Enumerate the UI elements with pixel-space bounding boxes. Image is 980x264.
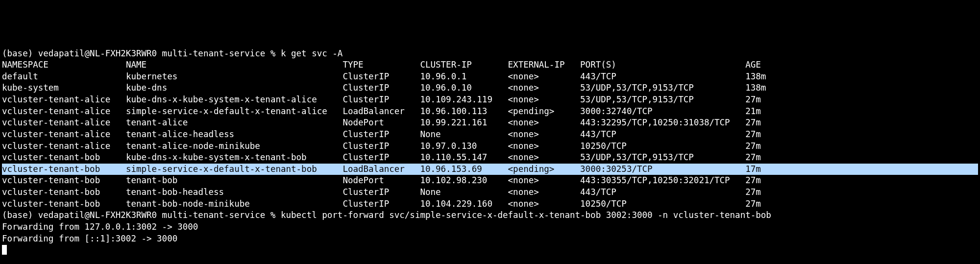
col-name: tenant-alice-node-minikube	[126, 141, 343, 151]
col-externalip: <none>	[508, 72, 581, 81]
command-text: kubectl port-forward svc/simple-service-…	[281, 210, 771, 220]
col-age: 27m	[745, 118, 761, 127]
col-clusterip: 10.104.229.160	[420, 199, 508, 209]
table-row: vcluster-tenant-bob kube-dns-x-kube-syst…	[2, 152, 978, 164]
cursor-icon	[2, 245, 7, 255]
col-ports: 443/TCP	[580, 129, 745, 139]
table-row: vcluster-tenant-alice tenant-alice NodeP…	[2, 117, 978, 129]
col-age: 27m	[745, 141, 761, 151]
col-externalip: <none>	[508, 152, 581, 162]
col-externalip: <none>	[508, 141, 581, 151]
col-externalip: <none>	[508, 199, 581, 209]
col-type: ClusterIP	[343, 83, 420, 93]
table-row: vcluster-tenant-alice tenant-alice-node-…	[2, 141, 978, 152]
col-name: simple-service-x-default-x-tenant-bob	[126, 164, 343, 174]
col-ports: 53/UDP,53/TCP,9153/TCP	[580, 83, 745, 93]
col-name: tenant-bob	[126, 175, 343, 185]
col-externalip: <none>	[508, 175, 581, 185]
col-age: 138m	[745, 72, 766, 81]
col-namespace: vcluster-tenant-alice	[2, 129, 126, 139]
col-namespace: vcluster-tenant-bob	[2, 199, 126, 209]
col-clusterip: None	[420, 129, 508, 139]
col-clusterip: 10.96.0.1	[420, 72, 508, 81]
col-clusterip: 10.102.98.230	[420, 175, 508, 185]
col-clusterip: 10.97.0.130	[420, 141, 508, 151]
col-externalip-header: EXTERNAL-IP	[508, 60, 581, 70]
col-type: ClusterIP	[343, 95, 420, 104]
col-name: kube-dns-x-kube-system-x-tenant-bob	[126, 152, 343, 162]
col-namespace: vcluster-tenant-bob	[2, 175, 126, 185]
command-text: k get svc -A	[281, 48, 343, 58]
table-row: kube-system kube-dns ClusterIP 10.96.0.1…	[2, 82, 978, 94]
table-row: vcluster-tenant-alice simple-service-x-d…	[2, 106, 978, 118]
col-age-header: AGE	[745, 60, 761, 70]
col-name: tenant-bob-node-minikube	[126, 199, 343, 209]
col-type: ClusterIP	[343, 199, 420, 209]
col-namespace: vcluster-tenant-alice	[2, 95, 126, 104]
col-type-header: TYPE	[343, 60, 420, 70]
col-namespace: default	[2, 72, 126, 81]
table-row: vcluster-tenant-alice tenant-alice-headl…	[2, 129, 978, 141]
col-name: tenant-bob-headless	[126, 187, 343, 197]
table-row: vcluster-tenant-bob tenant-bob-node-mini…	[2, 198, 978, 210]
col-clusterip: 10.109.243.119	[420, 95, 508, 104]
shell-prompt: (base) vedapatil@NL-FXH2K3RWR0 multi-ten…	[2, 48, 281, 58]
col-type: NodePort	[343, 175, 420, 185]
col-namespace: vcluster-tenant-alice	[2, 141, 126, 151]
col-name: simple-service-x-default-x-tenant-alice	[126, 106, 343, 116]
col-name: kube-dns	[126, 83, 343, 93]
col-type: ClusterIP	[343, 187, 420, 197]
table-row: vcluster-tenant-alice kube-dns-x-kube-sy…	[2, 94, 978, 106]
col-type: NodePort	[343, 118, 420, 127]
col-name: kube-dns-x-kube-system-x-tenant-alice	[126, 95, 343, 104]
table-header: NAMESPACE NAME TYPE CLUSTER-IP EXTERNAL-…	[2, 59, 978, 71]
col-namespace: kube-system	[2, 83, 126, 93]
col-ports: 443:30355/TCP,10250:32021/TCP	[580, 175, 745, 185]
col-externalip: <pending>	[508, 164, 581, 174]
col-namespace: vcluster-tenant-bob	[2, 164, 126, 174]
col-ports: 3000:32740/TCP	[580, 106, 745, 116]
col-age: 138m	[745, 83, 766, 93]
col-clusterip-header: CLUSTER-IP	[420, 60, 508, 70]
col-clusterip: 10.110.55.147	[420, 152, 508, 162]
col-namespace-header: NAMESPACE	[2, 60, 126, 70]
col-externalip: <none>	[508, 118, 581, 127]
prompt-line-1: (base) vedapatil@NL-FXH2K3RWR0 multi-ten…	[2, 48, 978, 60]
col-namespace: vcluster-tenant-alice	[2, 118, 126, 127]
col-ports: 443/TCP	[580, 187, 745, 197]
col-externalip: <none>	[508, 95, 581, 104]
col-age: 17m	[745, 164, 761, 174]
col-name-header: NAME	[126, 60, 343, 70]
col-type: ClusterIP	[343, 141, 420, 151]
col-type: LoadBalancer	[343, 164, 420, 174]
col-age: 27m	[745, 129, 761, 139]
table-row: default kubernetes ClusterIP 10.96.0.1 <…	[2, 71, 978, 83]
col-ports: 443:32295/TCP,10250:31038/TCP	[580, 118, 745, 127]
col-clusterip: 10.96.0.10	[420, 83, 508, 93]
col-ports: 3000:30253/TCP	[580, 164, 745, 174]
col-name: kubernetes	[126, 72, 343, 81]
col-type: ClusterIP	[343, 129, 420, 139]
output-line: Forwarding from [::1]:3002 -> 3000	[2, 233, 978, 245]
col-ports: 53/UDP,53/TCP,9153/TCP	[580, 152, 745, 162]
col-externalip: <none>	[508, 129, 581, 139]
col-age: 27m	[745, 95, 761, 104]
col-name: tenant-alice	[126, 118, 343, 127]
col-type: ClusterIP	[343, 152, 420, 162]
prompt-line-2: (base) vedapatil@NL-FXH2K3RWR0 multi-ten…	[2, 210, 978, 221]
col-age: 21m	[745, 106, 761, 116]
col-age: 27m	[745, 175, 761, 185]
col-type: ClusterIP	[343, 72, 420, 81]
col-ports: 10250/TCP	[580, 141, 745, 151]
col-clusterip: 10.96.100.113	[420, 106, 508, 116]
col-externalip: <none>	[508, 187, 581, 197]
col-clusterip: 10.99.221.161	[420, 118, 508, 127]
col-ports-header: PORT(S)	[580, 60, 745, 70]
table-row: vcluster-tenant-bob simple-service-x-def…	[2, 164, 978, 175]
col-externalip: <pending>	[508, 106, 581, 116]
table-row: vcluster-tenant-bob tenant-bob-headless …	[2, 187, 978, 198]
col-clusterip: None	[420, 187, 508, 197]
col-ports: 10250/TCP	[580, 199, 745, 209]
terminal-output[interactable]: (base) vedapatil@NL-FXH2K3RWR0 multi-ten…	[2, 48, 978, 256]
col-externalip: <none>	[508, 83, 581, 93]
